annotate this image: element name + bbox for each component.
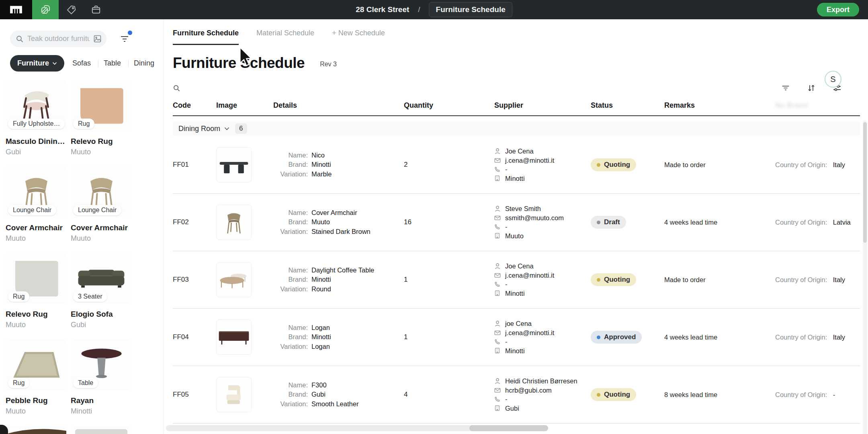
- row-quantity[interactable]: 16: [404, 218, 494, 226]
- table-row[interactable]: FF03 Name:Daylight Coffee Table Brand:Mi…: [173, 251, 860, 309]
- row-origin[interactable]: Country of Origin: Italy: [775, 161, 860, 169]
- origin-value: Italy: [833, 334, 845, 341]
- row-image[interactable]: [216, 319, 252, 355]
- row-supplier[interactable]: joe Cena j.cena@minotti.it - Minotti: [494, 319, 591, 355]
- row-details[interactable]: Name:Nico Brand:Minotti Variation:Marble: [273, 151, 404, 179]
- category-dining[interactable]: Dining: [129, 59, 159, 68]
- building-icon: [494, 233, 501, 239]
- row-supplier[interactable]: Heidi Christien Børresen hcrb@gubi.com -…: [494, 377, 591, 413]
- column-header-image[interactable]: Image: [216, 101, 273, 110]
- row-quantity[interactable]: 4: [404, 391, 494, 399]
- row-details[interactable]: Name:F300 Brand:Gubi Variation:Smooth Le…: [273, 381, 404, 409]
- mail-icon: [494, 157, 501, 164]
- horizontal-scrollbar[interactable]: [166, 425, 548, 431]
- row-remarks[interactable]: 8 weeks lead time: [664, 391, 775, 399]
- origin-value: Italy: [833, 161, 845, 168]
- product-card[interactable]: 3 Seater Elogio Sofa Gubi: [71, 253, 132, 329]
- row-image[interactable]: [216, 205, 252, 240]
- status-badge[interactable]: Quoting: [591, 158, 636, 171]
- column-header-status[interactable]: Status: [591, 101, 664, 110]
- category-furniture[interactable]: Furniture: [10, 55, 64, 72]
- row-details[interactable]: Name:Logan Brand:Minotti Variation:Logan: [273, 323, 404, 352]
- table-row[interactable]: FF04 Name:Logan Brand:Minotti Variation:…: [173, 309, 860, 366]
- product-card[interactable]: [6, 426, 67, 434]
- group-row-dining-room[interactable]: Dining Room 6: [173, 121, 860, 136]
- column-header-remarks[interactable]: Remarks: [664, 101, 775, 110]
- product-card[interactable]: Rug Relevo Rug Muuto: [6, 253, 67, 329]
- product-card[interactable]: [71, 426, 132, 434]
- category-sofas[interactable]: Sofas: [68, 59, 96, 68]
- tool-tags[interactable]: [59, 0, 84, 19]
- schedule-tabs: Furniture ScheduleMaterial Schedule+ New…: [173, 19, 868, 45]
- tab-material-schedule[interactable]: Material Schedule: [256, 29, 314, 45]
- table-row[interactable]: FF05 Name:F300 Brand:Gubi Variation:Smoo…: [173, 366, 860, 424]
- mail-icon: [494, 330, 501, 336]
- row-details[interactable]: Name:Daylight Coffee Table Brand:Minotti…: [273, 266, 404, 294]
- row-remarks[interactable]: Made to order: [664, 161, 775, 169]
- product-card[interactable]: Rug Pebble Rug Muuto: [6, 340, 67, 416]
- column-header-supplier[interactable]: Supplier: [494, 101, 591, 110]
- product-card[interactable]: Fully Upholste… Masculo Dining C… Gubi: [6, 80, 67, 156]
- person-icon: [494, 205, 501, 212]
- row-quantity[interactable]: 2: [404, 161, 494, 169]
- row-remarks[interactable]: 4 weeks lead time: [664, 219, 775, 226]
- image-search-icon[interactable]: [93, 35, 102, 43]
- row-origin[interactable]: Country of Origin: Latvia: [775, 219, 860, 226]
- tab-new-schedule[interactable]: + New Schedule: [332, 29, 385, 45]
- row-remarks[interactable]: 4 weeks lead time: [664, 334, 775, 341]
- row-details[interactable]: Name:Cover Armchair Brand:Muuto Variatio…: [273, 208, 404, 237]
- status-badge[interactable]: Approved: [591, 331, 642, 344]
- row-origin[interactable]: Country of Origin: Italy: [775, 276, 860, 284]
- column-header-quantity[interactable]: Quantity: [404, 101, 494, 110]
- status-badge[interactable]: Quoting: [591, 273, 636, 286]
- filter-lines-icon[interactable]: [781, 84, 790, 92]
- product-card[interactable]: Lounge Chair Cover Armchair Muuto: [71, 167, 132, 243]
- row-supplier[interactable]: Steve Smith ssmith@muuto.com - Muuto: [494, 204, 591, 240]
- row-supplier[interactable]: Joe Cena j.cena@minotti.it - Minotti: [494, 147, 591, 183]
- materials-icon: [40, 4, 51, 15]
- sidebar-filter-button[interactable]: [119, 33, 131, 45]
- search-box[interactable]: [10, 31, 106, 47]
- tool-materials[interactable]: [32, 0, 59, 19]
- table-search-icon[interactable]: [173, 84, 180, 92]
- revision-label[interactable]: Rev 3: [320, 61, 337, 68]
- row-image[interactable]: [216, 147, 252, 182]
- breadcrumb-page[interactable]: Furniture Schedule: [429, 2, 512, 17]
- product-card[interactable]: Table Rayan Minotti: [71, 340, 132, 416]
- tool-box[interactable]: [84, 0, 108, 19]
- vertical-scrollbar[interactable]: [863, 121, 867, 434]
- row-supplier[interactable]: Joe Cena j.cena@minotti.it - Minotti: [494, 262, 591, 298]
- detail-brand: Minotti: [311, 160, 331, 170]
- detail-label: Name:: [273, 151, 308, 160]
- product-card[interactable]: Lounge Chair Cover Armchair Muuto: [6, 167, 67, 243]
- row-image[interactable]: [216, 262, 252, 297]
- table-row[interactable]: FF01 Name:Nico Brand:Minotti Variation:M…: [173, 136, 860, 194]
- status-badge[interactable]: Quoting: [591, 388, 636, 401]
- horizontal-scrollbar-thumb[interactable]: [469, 425, 548, 431]
- export-button[interactable]: Export: [817, 3, 859, 16]
- row-quantity[interactable]: 1: [404, 276, 494, 284]
- product-title: Relevo Rug: [71, 137, 132, 146]
- detail-brand: Minotti: [311, 332, 331, 342]
- column-header-details[interactable]: Details: [273, 101, 404, 110]
- app-logo[interactable]: [0, 0, 32, 19]
- category-table[interactable]: Table: [99, 59, 126, 68]
- avatar[interactable]: S: [825, 71, 841, 88]
- detail-variation: Stained Dark Brown: [311, 227, 371, 237]
- tab-furniture-schedule[interactable]: Furniture Schedule: [173, 29, 239, 45]
- sort-icon[interactable]: [807, 84, 816, 92]
- row-remarks[interactable]: Made to order: [664, 276, 775, 284]
- row-quantity[interactable]: 1: [404, 333, 494, 341]
- vertical-scrollbar-thumb[interactable]: [863, 122, 867, 243]
- search-input[interactable]: [27, 35, 90, 43]
- row-image[interactable]: [216, 377, 252, 412]
- breadcrumb-project[interactable]: 28 Clerk Street: [356, 5, 409, 14]
- product-brand: Muuto: [6, 234, 67, 243]
- schedule-main: Furniture ScheduleMaterial Schedule+ New…: [164, 19, 868, 434]
- column-header-code[interactable]: Code: [173, 101, 216, 110]
- table-row[interactable]: FF02 Name:Cover Armchair Brand:Muuto Var…: [173, 194, 860, 251]
- row-origin[interactable]: Country of Origin: -: [775, 391, 860, 399]
- row-origin[interactable]: Country of Origin: Italy: [775, 334, 860, 341]
- product-card[interactable]: Rug Relevo Rug Muuto: [71, 80, 132, 156]
- status-badge[interactable]: Draft: [591, 216, 626, 229]
